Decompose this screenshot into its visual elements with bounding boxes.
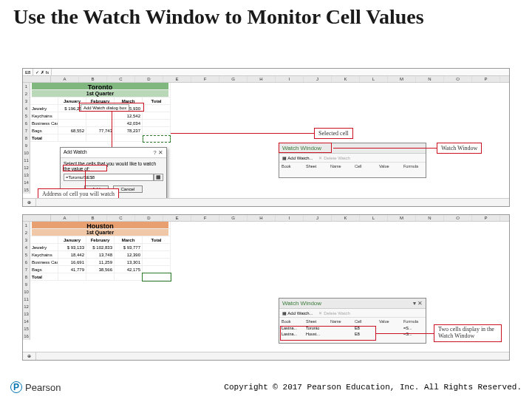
dialog-prompt: Select the cells that you would like to … bbox=[64, 161, 163, 171]
range-picker-icon[interactable]: ▦ bbox=[154, 174, 163, 181]
logo-icon: P bbox=[10, 381, 22, 393]
watch-address-input[interactable] bbox=[64, 174, 154, 181]
watch-row[interactable]: Lastna...Houst...E8=S... bbox=[279, 331, 426, 337]
bottom-screenshot-panel: ABCDEFGHIJKLMNOP 1Houston 21st Quarter 3… bbox=[22, 214, 510, 361]
page-title: Use the Watch Window to Monitor Cell Val… bbox=[0, 0, 532, 32]
name-box[interactable]: E8 bbox=[23, 69, 33, 75]
city-title: Houston bbox=[32, 222, 168, 229]
formula-bar: E8 ✓ ✗ fx bbox=[23, 69, 509, 76]
callout-selected-cell: Selected cell bbox=[314, 128, 353, 139]
watch-window-title: Watch Window bbox=[282, 145, 321, 151]
sheet-tab[interactable]: ⊕ bbox=[23, 352, 36, 360]
delete-watch-button[interactable]: ✕ Delete Watch bbox=[318, 310, 349, 316]
callout-dialog-box: Add Watch dialog box bbox=[81, 104, 129, 112]
add-watch-button[interactable]: ▦ Add Watch... bbox=[282, 310, 313, 316]
watch-window-title: Watch Window bbox=[282, 300, 321, 307]
callout-watch-window: Watch Window bbox=[437, 143, 482, 154]
column-headers: ABCDEFGHIJKLMNOP bbox=[23, 76, 509, 83]
dialog-title: Add Watch bbox=[64, 149, 87, 156]
copyright-text: Copyright © 2017 Pearson Education, Inc.… bbox=[224, 383, 522, 392]
callout-two-cells: Two cells display in the Watch Window bbox=[434, 324, 502, 342]
quarter-subtitle: 1st Quarter bbox=[32, 90, 168, 98]
top-screenshot-panel: E8 ✓ ✗ fx ABCDEFGHIJKLMNOP 1Toronto 21st… bbox=[22, 68, 510, 207]
city-title: Toronto bbox=[32, 83, 168, 90]
watch-window-pane: Watch Window▾ ✕ ▦ Add Watch... ✕ Delete … bbox=[279, 298, 426, 344]
houston-sheet: ABCDEFGHIJKLMNOP 1Houston 21st Quarter 3… bbox=[23, 215, 509, 340]
row-label: Jewelry bbox=[30, 105, 58, 112]
close-icon[interactable]: ? ✕ bbox=[153, 149, 163, 156]
pearson-logo: P Pearson bbox=[10, 381, 61, 393]
add-watch-button[interactable]: ▦ Add Watch... bbox=[282, 155, 313, 160]
sheet-tab[interactable]: ⊕ bbox=[23, 199, 36, 206]
quarter-subtitle: 1st Quarter bbox=[32, 229, 168, 236]
footer: P Pearson Copyright © 2017 Pearson Educa… bbox=[0, 381, 532, 393]
close-icon[interactable]: ▾ ✕ bbox=[413, 300, 423, 307]
delete-watch-button[interactable]: ✕ Delete Watch bbox=[318, 155, 349, 160]
sheet-tabs: ⊕ bbox=[23, 198, 509, 206]
fx-icon[interactable]: ✓ ✗ fx bbox=[33, 69, 52, 75]
sheet-tabs: ⊕ bbox=[23, 352, 509, 360]
watch-row[interactable]: Lastna...TorontoE8=S... bbox=[279, 325, 426, 331]
column-headers: ABCDEFGHIJKLMNOP bbox=[23, 215, 509, 222]
